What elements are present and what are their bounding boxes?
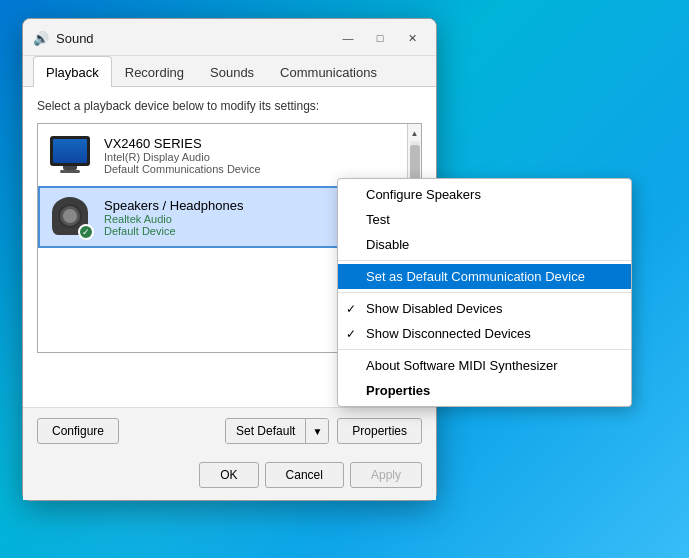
default-device-badge: ✓ (78, 224, 94, 240)
menu-item-show-disabled[interactable]: ✓ Show Disabled Devices (338, 296, 631, 321)
instruction-text: Select a playback device below to modify… (37, 99, 422, 113)
menu-label-disable: Disable (366, 237, 409, 252)
device-item-vx2460[interactable]: VX2460 SERIES Intel(R) Display Audio Def… (38, 124, 407, 186)
close-button[interactable]: ✕ (398, 27, 426, 49)
minimize-button[interactable]: — (334, 27, 362, 49)
menu-item-configure[interactable]: Configure Speakers (338, 182, 631, 207)
menu-label-about-midi: About Software MIDI Synthesizer (366, 358, 557, 373)
title-bar: 🔊 Sound — □ ✕ (23, 19, 436, 56)
tab-bar: Playback Recording Sounds Communications (23, 56, 436, 87)
menu-item-about-midi[interactable]: About Software MIDI Synthesizer (338, 353, 631, 378)
ok-button[interactable]: OK (199, 462, 258, 488)
checkmark-show-disconnected: ✓ (346, 327, 356, 341)
menu-item-show-disconnected[interactable]: ✓ Show Disconnected Devices (338, 321, 631, 346)
set-default-dropdown-arrow[interactable]: ▼ (305, 419, 328, 443)
menu-item-disable[interactable]: Disable (338, 232, 631, 257)
device-info-vx2460: VX2460 SERIES Intel(R) Display Audio Def… (104, 136, 397, 175)
menu-separator-3 (338, 349, 631, 350)
cancel-button[interactable]: Cancel (265, 462, 344, 488)
action-buttons: OK Cancel Apply (23, 454, 436, 500)
window-controls: — □ ✕ (334, 27, 426, 49)
device-action-buttons: Configure Set Default ▼ Properties (23, 407, 436, 454)
tab-sounds[interactable]: Sounds (197, 56, 267, 87)
maximize-button[interactable]: □ (366, 27, 394, 49)
device-sub2-vx2460: Default Communications Device (104, 163, 397, 175)
properties-button[interactable]: Properties (337, 418, 422, 444)
device-sub1-vx2460: Intel(R) Display Audio (104, 151, 397, 163)
tab-playback[interactable]: Playback (33, 56, 112, 87)
scroll-up-arrow[interactable]: ▲ (409, 126, 421, 140)
tab-recording[interactable]: Recording (112, 56, 197, 87)
menu-label-configure: Configure Speakers (366, 187, 481, 202)
window-title: Sound (56, 31, 334, 46)
menu-separator-1 (338, 260, 631, 261)
device-icon-monitor (48, 132, 94, 178)
menu-separator-2 (338, 292, 631, 293)
set-default-split-button: Set Default ▼ (225, 418, 329, 444)
menu-item-set-default-comm[interactable]: Set as Default Communication Device (338, 264, 631, 289)
sound-window-icon: 🔊 (33, 30, 49, 46)
apply-button[interactable]: Apply (350, 462, 422, 488)
menu-label-properties: Properties (366, 383, 430, 398)
tab-communications[interactable]: Communications (267, 56, 390, 87)
menu-label-show-disabled: Show Disabled Devices (366, 301, 503, 316)
configure-button[interactable]: Configure (37, 418, 119, 444)
menu-label-set-default-comm: Set as Default Communication Device (366, 269, 585, 284)
device-name-vx2460: VX2460 SERIES (104, 136, 397, 151)
menu-item-test[interactable]: Test (338, 207, 631, 232)
checkmark-show-disabled: ✓ (346, 302, 356, 316)
menu-label-test: Test (366, 212, 390, 227)
context-menu: Configure Speakers Test Disable Set as D… (337, 178, 632, 407)
device-icon-speaker: ✓ (48, 194, 94, 240)
menu-item-properties[interactable]: Properties (338, 378, 631, 403)
set-default-button[interactable]: Set Default (226, 419, 305, 443)
menu-label-show-disconnected: Show Disconnected Devices (366, 326, 531, 341)
